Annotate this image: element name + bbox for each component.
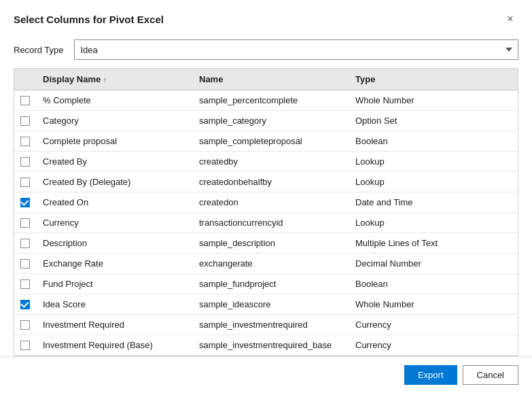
row-type: Lookup — [349, 152, 518, 171]
row-name: sample_percentcomplete — [192, 90, 349, 110]
row-type: Multiple Lines of Text — [349, 233, 518, 253]
table-row: Exchange RateexchangerateDecimal Number — [14, 254, 518, 274]
row-checkbox[interactable] — [20, 320, 30, 330]
table-body: % Completesample_percentcompleteWhole Nu… — [14, 90, 518, 356]
row-name: transactioncurrencyid — [192, 213, 349, 233]
table-row: Idea Scoresample_ideascoreWhole Number — [14, 294, 518, 315]
row-type: Decimal Number — [349, 254, 518, 273]
row-checkbox[interactable] — [20, 198, 30, 207]
row-type: Whole Number — [349, 90, 518, 110]
table-header: Display Name ↑ Name Type — [14, 69, 518, 90]
th-checkbox — [14, 69, 36, 90]
row-display-name: Fund Project — [36, 274, 192, 294]
row-display-name: Exchange Rate — [36, 254, 192, 273]
table-row: % Completesample_percentcompleteWhole Nu… — [14, 90, 518, 111]
dialog-title: Select Columns for Pivot Excel — [14, 14, 164, 25]
record-type-row: Record Type Idea — [0, 34, 532, 68]
close-button[interactable]: × — [502, 11, 518, 27]
row-name: sample_investmentrequired_base — [192, 335, 349, 355]
row-display-name: Idea Score — [36, 294, 192, 314]
row-checkbox[interactable] — [20, 218, 30, 228]
row-type: Option Set — [349, 111, 518, 131]
cancel-button[interactable]: Cancel — [463, 365, 518, 385]
row-checkbox[interactable] — [20, 177, 30, 187]
export-button[interactable]: Export — [404, 365, 457, 385]
table-row: CurrencytransactioncurrencyidLookup — [14, 213, 518, 233]
row-display-name: Description — [36, 233, 192, 253]
th-type: Type — [349, 69, 518, 90]
th-name: Name — [192, 69, 349, 90]
row-checkbox[interactable] — [20, 259, 30, 269]
table-row: Created BycreatedbyLookup — [14, 152, 518, 172]
sort-arrow: ↑ — [103, 75, 107, 84]
row-checkbox[interactable] — [20, 157, 30, 167]
row-name: sample_completeproposal — [192, 131, 349, 151]
row-display-name: % Complete — [36, 90, 192, 110]
row-name: exchangerate — [192, 254, 349, 273]
row-type: Currency — [349, 335, 518, 355]
row-name: createdby — [192, 152, 349, 171]
row-display-name: Investment Required (Base) — [36, 335, 192, 355]
row-type: Lookup — [349, 213, 518, 233]
table-row: Descriptionsample_descriptionMultiple Li… — [14, 233, 518, 254]
row-checkbox[interactable] — [20, 300, 30, 309]
row-checkbox[interactable] — [20, 341, 30, 350]
row-name: createdonbehalfby — [192, 172, 349, 192]
table-row: Investment Required (Base)sample_investm… — [14, 335, 518, 356]
row-display-name: Currency — [36, 213, 192, 233]
row-name: sample_investmentrequired — [192, 315, 349, 335]
row-checkbox[interactable] — [20, 116, 30, 126]
th-display-name: Display Name ↑ — [36, 69, 192, 90]
row-display-name: Complete proposal — [36, 131, 192, 151]
row-type: Boolean — [349, 131, 518, 151]
table-row: Created OncreatedonDate and Time — [14, 192, 518, 213]
dialog: Select Columns for Pivot Excel × Record … — [0, 0, 532, 393]
row-checkbox[interactable] — [20, 96, 30, 105]
row-type: Boolean — [349, 274, 518, 294]
dialog-footer: Export Cancel — [0, 356, 532, 393]
row-display-name: Investment Required — [36, 315, 192, 335]
record-type-label: Record Type — [14, 45, 63, 55]
row-checkbox[interactable] — [20, 239, 30, 248]
row-name: sample_description — [192, 233, 349, 253]
table-container: Display Name ↑ Name Type % Completesampl… — [14, 68, 518, 356]
table-row: Created By (Delegate)createdonbehalfbyLo… — [14, 172, 518, 192]
row-type: Currency — [349, 315, 518, 335]
row-checkbox[interactable] — [20, 137, 30, 146]
row-type: Date and Time — [349, 192, 518, 212]
row-name: sample_category — [192, 111, 349, 131]
table-row: Categorysample_categoryOption Set — [14, 111, 518, 131]
row-display-name: Category — [36, 111, 192, 131]
row-display-name: Created By (Delegate) — [36, 172, 192, 192]
table-row: Complete proposalsample_completeproposal… — [14, 131, 518, 152]
row-display-name: Created By — [36, 152, 192, 171]
table-row: Fund Projectsample_fundprojectBoolean — [14, 274, 518, 294]
row-name: createdon — [192, 192, 349, 212]
dialog-titlebar: Select Columns for Pivot Excel × — [0, 0, 532, 34]
row-name: sample_fundproject — [192, 274, 349, 294]
row-name: sample_ideascore — [192, 294, 349, 314]
row-display-name: Created On — [36, 192, 192, 212]
row-type: Lookup — [349, 172, 518, 192]
record-type-select[interactable]: Idea — [74, 39, 518, 60]
row-checkbox[interactable] — [20, 279, 30, 289]
table-row: Investment Requiredsample_investmentrequ… — [14, 315, 518, 335]
row-type: Whole Number — [349, 294, 518, 314]
